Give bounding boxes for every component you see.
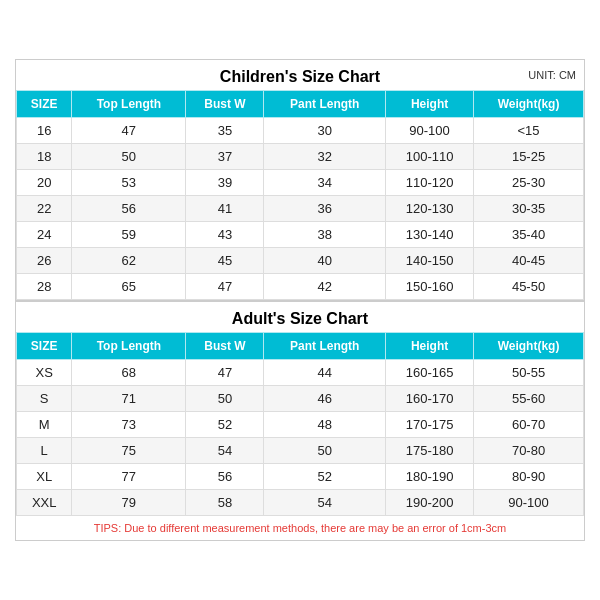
table-cell: 41 — [186, 196, 264, 222]
table-cell: M — [17, 412, 72, 438]
col-pant-length: Pant Length — [264, 91, 386, 118]
table-cell: 44 — [264, 360, 386, 386]
adult-tbody: XS684744160-16550-55S715046160-17055-60M… — [17, 360, 584, 516]
table-cell: 54 — [186, 438, 264, 464]
table-cell: 90-100 — [386, 118, 474, 144]
adult-col-size: SIZE — [17, 333, 72, 360]
table-cell: 79 — [72, 490, 186, 516]
table-cell: 170-175 — [386, 412, 474, 438]
adult-col-weight: Weight(kg) — [474, 333, 584, 360]
table-row: 18503732100-11015-25 — [17, 144, 584, 170]
table-cell: 55-60 — [474, 386, 584, 412]
table-cell: 38 — [264, 222, 386, 248]
table-cell: 90-100 — [474, 490, 584, 516]
table-cell: 45 — [186, 248, 264, 274]
table-cell: 53 — [72, 170, 186, 196]
table-row: 26624540140-15040-45 — [17, 248, 584, 274]
children-title-text: Children's Size Chart — [220, 68, 380, 85]
table-cell: 45-50 — [474, 274, 584, 300]
table-cell: XS — [17, 360, 72, 386]
table-row: 24594338130-14035-40 — [17, 222, 584, 248]
children-header-row: SIZE Top Length Bust W Pant Length Heigh… — [17, 91, 584, 118]
table-cell: 80-90 — [474, 464, 584, 490]
table-cell: 40 — [264, 248, 386, 274]
table-cell: 46 — [264, 386, 386, 412]
table-cell: 58 — [186, 490, 264, 516]
col-size: SIZE — [17, 91, 72, 118]
table-row: XXL795854190-20090-100 — [17, 490, 584, 516]
table-cell: 42 — [264, 274, 386, 300]
table-cell: L — [17, 438, 72, 464]
table-cell: 20 — [17, 170, 72, 196]
table-cell: 39 — [186, 170, 264, 196]
table-cell: 24 — [17, 222, 72, 248]
children-tbody: 1647353090-100<1518503732100-11015-25205… — [17, 118, 584, 300]
table-cell: 32 — [264, 144, 386, 170]
table-cell: 56 — [72, 196, 186, 222]
tips-text: TIPS: Due to different measurement metho… — [16, 516, 584, 540]
table-row: XL775652180-19080-90 — [17, 464, 584, 490]
table-cell: XL — [17, 464, 72, 490]
table-cell: 16 — [17, 118, 72, 144]
tips-label: TIPS: Due to different measurement metho… — [94, 522, 506, 534]
table-cell: 34 — [264, 170, 386, 196]
col-top-length: Top Length — [72, 91, 186, 118]
table-cell: S — [17, 386, 72, 412]
table-cell: 175-180 — [386, 438, 474, 464]
col-weight: Weight(kg) — [474, 91, 584, 118]
table-cell: 65 — [72, 274, 186, 300]
table-cell: 150-160 — [386, 274, 474, 300]
table-cell: 47 — [72, 118, 186, 144]
adult-col-top-length: Top Length — [72, 333, 186, 360]
table-cell: 54 — [264, 490, 386, 516]
table-cell: 50 — [72, 144, 186, 170]
table-cell: 43 — [186, 222, 264, 248]
table-cell: 180-190 — [386, 464, 474, 490]
table-cell: 75 — [72, 438, 186, 464]
table-cell: 77 — [72, 464, 186, 490]
table-cell: 37 — [186, 144, 264, 170]
table-cell: 59 — [72, 222, 186, 248]
col-height: Height — [386, 91, 474, 118]
table-cell: 70-80 — [474, 438, 584, 464]
table-cell: 50-55 — [474, 360, 584, 386]
table-cell: 15-25 — [474, 144, 584, 170]
table-cell: 30 — [264, 118, 386, 144]
adult-col-height: Height — [386, 333, 474, 360]
table-row: M735248170-17560-70 — [17, 412, 584, 438]
children-table: SIZE Top Length Bust W Pant Length Heigh… — [16, 90, 584, 300]
table-cell: XXL — [17, 490, 72, 516]
table-cell: 26 — [17, 248, 72, 274]
size-chart-container: Children's Size Chart UNIT: CM SIZE Top … — [15, 59, 585, 541]
table-cell: 35-40 — [474, 222, 584, 248]
table-row: 28654742150-16045-50 — [17, 274, 584, 300]
table-row: 22564136120-13030-35 — [17, 196, 584, 222]
table-cell: 50 — [264, 438, 386, 464]
table-cell: 47 — [186, 360, 264, 386]
col-bust-w: Bust W — [186, 91, 264, 118]
table-cell: 60-70 — [474, 412, 584, 438]
table-row: 1647353090-100<15 — [17, 118, 584, 144]
children-title: Children's Size Chart UNIT: CM — [16, 60, 584, 90]
table-cell: 30-35 — [474, 196, 584, 222]
adult-title-text: Adult's Size Chart — [232, 310, 368, 327]
table-cell: 71 — [72, 386, 186, 412]
table-cell: <15 — [474, 118, 584, 144]
table-cell: 190-200 — [386, 490, 474, 516]
table-cell: 22 — [17, 196, 72, 222]
table-cell: 160-165 — [386, 360, 474, 386]
table-cell: 56 — [186, 464, 264, 490]
table-cell: 40-45 — [474, 248, 584, 274]
table-cell: 50 — [186, 386, 264, 412]
table-cell: 160-170 — [386, 386, 474, 412]
table-cell: 36 — [264, 196, 386, 222]
table-row: 20533934110-12025-30 — [17, 170, 584, 196]
table-cell: 73 — [72, 412, 186, 438]
table-cell: 35 — [186, 118, 264, 144]
adult-col-pant-length: Pant Length — [264, 333, 386, 360]
adult-header-row: SIZE Top Length Bust W Pant Length Heigh… — [17, 333, 584, 360]
table-cell: 140-150 — [386, 248, 474, 274]
table-cell: 62 — [72, 248, 186, 274]
table-cell: 130-140 — [386, 222, 474, 248]
table-row: L755450175-18070-80 — [17, 438, 584, 464]
